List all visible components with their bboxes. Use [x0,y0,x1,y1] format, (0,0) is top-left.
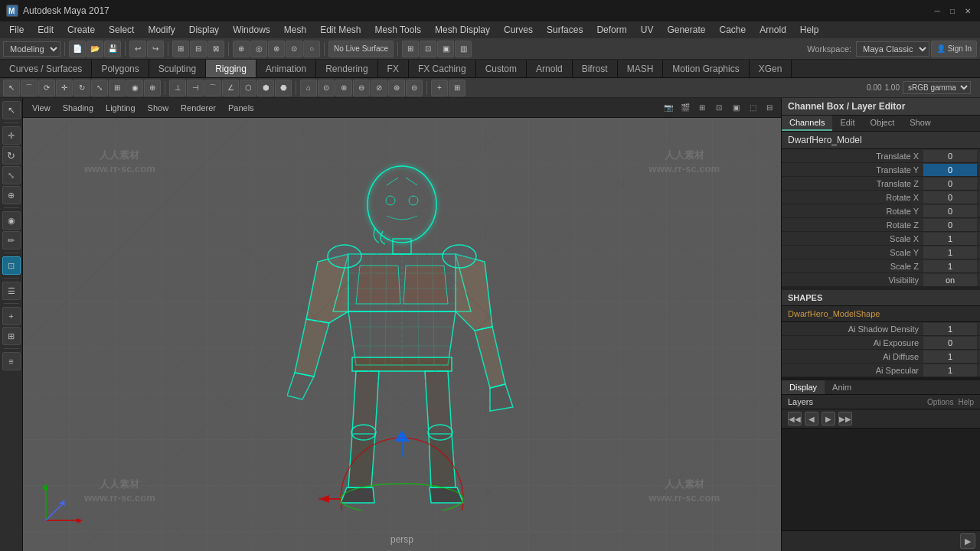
rotate-tool-side-button[interactable]: ↻ [2,146,21,165]
vp-frame-all-icon[interactable]: ⊡ [712,101,726,115]
ch-value-tx[interactable]: 0 [923,150,977,162]
ch-value-exposure[interactable]: 0 [923,337,977,349]
no-live-surface-button[interactable]: No Live Surface [328,41,394,57]
ch-value-specular[interactable]: 1 [923,364,977,377]
artisan-button[interactable]: ✏ [2,231,21,249]
vp-render-icon[interactable]: 🎬 [678,101,692,115]
show-menu[interactable]: Show [143,102,174,114]
layer-nav-prev-prev[interactable]: ◀◀ [788,412,802,425]
soft-modification-button[interactable]: ◉ [2,211,21,230]
paint-skin-button[interactable]: ⬢ [257,80,274,96]
select-tool-button[interactable]: ↖ [3,80,20,96]
geometry-constraint-button[interactable]: ⊛ [388,80,405,96]
ch-value-rx[interactable]: 0 [923,191,977,204]
layer-nav-next[interactable]: ▶ [822,412,835,425]
sign-in-button[interactable]: 👤 Sign In [931,41,977,57]
menu-mesh[interactable]: Mesh [278,23,312,37]
move-tool-button[interactable]: ✛ [56,80,73,96]
menu-editmesh[interactable]: Edit Mesh [314,23,367,37]
channels-tab[interactable]: Channels [782,116,832,131]
ch-value-sz[interactable]: 1 [923,260,977,272]
set-preferred-angle-button[interactable]: ∠ [222,80,239,96]
lasso-button[interactable]: ⌒ [21,80,38,96]
gamma-selector[interactable]: sRGB gamma [903,81,971,94]
orient-constraint-button[interactable]: ⊗ [335,80,352,96]
anim-tab[interactable]: Anim [825,380,859,394]
display-tab[interactable]: Display [782,380,825,394]
menu-modify[interactable]: Modify [142,23,181,37]
scale-tool-side-button[interactable]: ⤡ [2,166,21,184]
ch-value-ry[interactable]: 0 [923,205,977,217]
humanik-button[interactable]: ⊞ [449,80,466,96]
menu-help[interactable]: Help [794,23,825,37]
new-scene-button[interactable]: 📄 [69,41,86,57]
tab-fx-caching[interactable]: FX Caching [409,60,476,77]
snap-view-button[interactable]: ⊙ [286,41,302,57]
snap-curve-button[interactable]: ◎ [250,41,267,57]
maximize-button[interactable]: □ [946,5,959,17]
quick-rig-button[interactable]: + [431,80,448,96]
paint-select-button[interactable]: ⟳ [38,80,55,96]
aim-constraint-button[interactable]: ⊖ [353,80,370,96]
tab-rendering[interactable]: Rendering [316,60,377,77]
snap-point-button[interactable]: ⊗ [268,41,285,57]
universal-manip-button[interactable]: ⊞ [109,80,126,96]
ch-value-vis[interactable]: on [923,274,977,286]
edit-tab[interactable]: Edit [832,116,862,131]
menu-cache[interactable]: Cache [713,23,752,37]
menu-meshdisplay[interactable]: Mesh Display [429,23,496,37]
menu-deform[interactable]: Deform [590,23,632,37]
display-4-button[interactable]: ▥ [455,41,472,57]
menu-edit[interactable]: Edit [31,23,60,37]
rotate-tool-button[interactable]: ↻ [74,80,90,96]
redo-button[interactable]: ↪ [147,41,164,57]
tab-custom[interactable]: Custom [476,60,527,77]
select-components-button[interactable]: ⊠ [207,41,224,57]
display-2-button[interactable]: ⊡ [420,41,436,57]
select-mode-button[interactable]: ↖ [2,101,21,119]
layer-nav-prev[interactable]: ◀ [805,412,818,425]
soft-select-button[interactable]: ◉ [126,80,143,96]
close-button[interactable]: ✕ [962,5,974,17]
mode-selector[interactable]: Modeling [3,41,60,57]
point-constraint-button[interactable]: ⊙ [318,80,335,96]
undo-button[interactable]: ↩ [129,41,146,57]
menu-surfaces[interactable]: Surfaces [541,23,589,37]
ik-spline-button[interactable]: ⌒ [204,80,221,96]
menu-windows[interactable]: Windows [227,23,276,37]
ch-value-ty[interactable]: 0 [923,164,977,176]
ch-value-rz[interactable]: 0 [923,219,977,231]
add-attr-button[interactable]: + [2,307,21,325]
scale-constraint-button[interactable]: ⊘ [371,80,387,96]
menu-meshtools[interactable]: Mesh Tools [369,23,427,37]
display-layer-button[interactable]: ☰ [2,282,21,300]
renderer-menu[interactable]: Renderer [176,102,220,114]
snap-surface-button[interactable]: ○ [303,41,320,57]
save-button[interactable]: 💾 [104,41,121,57]
menu-arnold[interactable]: Arnold [753,23,792,37]
tab-polygons[interactable]: Polygons [92,60,149,77]
joint-tool-button[interactable]: ⊥ [169,80,186,96]
ch-value-shadow[interactable]: 1 [923,323,977,335]
tab-animation[interactable]: Animation [256,60,316,77]
tab-arnold[interactable]: Arnold [527,60,573,77]
show-tab[interactable]: Show [902,116,939,131]
open-button[interactable]: 📂 [87,41,103,57]
show-manip-button[interactable]: ⊕ [144,80,161,96]
window-controls[interactable]: ─ □ ✕ [931,5,974,17]
ik-handle-button[interactable]: ⊣ [187,80,204,96]
tab-sculpting[interactable]: Sculpting [149,60,206,77]
bind-skin-button[interactable]: ⬡ [240,80,256,96]
snap-grid-button[interactable]: ⊕ [233,41,250,57]
layer-nav-next-next[interactable]: ▶▶ [838,412,852,425]
view-menu[interactable]: View [28,102,55,114]
display-3-button[interactable]: ▣ [437,41,454,57]
vp-display-1-icon[interactable]: ▣ [729,101,743,115]
shading-menu[interactable]: Shading [58,102,98,114]
panels-menu[interactable]: Panels [224,102,259,114]
menu-file[interactable]: File [3,23,30,37]
tab-curves-surfaces[interactable]: Curves / Surfaces [0,60,92,77]
tab-xgen[interactable]: XGen [750,60,792,77]
ch-value-sy[interactable]: 1 [923,246,977,259]
menu-uv[interactable]: UV [635,23,660,37]
